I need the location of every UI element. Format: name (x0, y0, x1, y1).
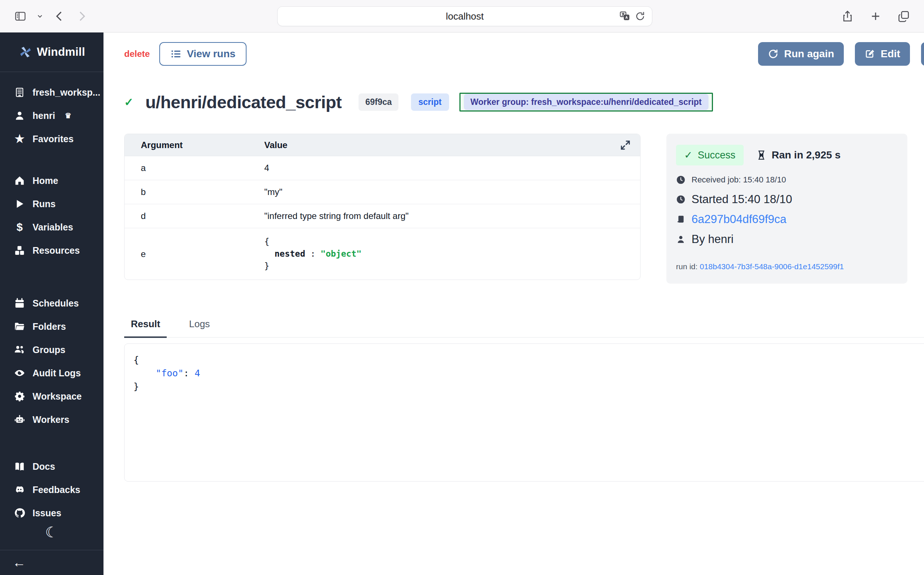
sidebar-item-workers[interactable]: Workers (0, 408, 104, 431)
browser-toolbar: localhost (0, 0, 924, 32)
sidebar-item-feedbacks[interactable]: Feedbacks (0, 478, 104, 502)
url-bar[interactable]: localhost (277, 6, 652, 26)
sidebar-item-label: Audit Logs (32, 368, 81, 378)
sidebar-item-schedules[interactable]: Schedules (0, 292, 104, 315)
translate-icon[interactable] (620, 11, 630, 21)
sidebar-item-issues[interactable]: Issues (0, 502, 104, 525)
crown-icon: ♛ (65, 111, 71, 120)
windmill-logo-text: Windmill (37, 45, 85, 59)
edit-button[interactable]: Edit (855, 42, 910, 66)
arg-name: b (124, 187, 264, 197)
run-id-line: run id: 018b4304-7b3f-548a-9006-d1e14525… (676, 262, 894, 271)
star-icon: ★ (14, 133, 25, 145)
result-logs-tabs: Result Logs (124, 318, 924, 338)
user-label: henri (32, 110, 55, 121)
user-icon (14, 110, 25, 121)
refresh-icon (768, 48, 779, 59)
main-content: delete View runs Run again (104, 32, 924, 575)
collapse-sidebar-icon[interactable]: ← (13, 555, 26, 570)
arg-name: d (124, 211, 264, 221)
reload-icon[interactable] (635, 11, 645, 21)
column-header-value: Value (264, 140, 288, 150)
worker-group-badge: Worker group: fresh_workspace:u/henri/de… (464, 94, 709, 110)
home-icon (14, 175, 25, 186)
table-row: e { nested : "object" } (124, 228, 640, 280)
view-runs-button[interactable]: View runs (159, 42, 247, 66)
sidebar-item-label: Feedbacks (32, 484, 80, 495)
expand-table-icon[interactable] (620, 139, 631, 151)
worker-group-highlight: Worker group: fresh_workspace:u/henri/de… (459, 93, 713, 111)
sidebar-toggle-icon[interactable] (14, 10, 27, 22)
sidebar-item-runs[interactable]: Runs (0, 192, 104, 216)
script-hash-badge[interactable]: 69f9ca (358, 94, 398, 111)
view-script-button[interactable]: View script (921, 42, 924, 66)
sidebar-item-label: Folders (32, 321, 66, 332)
sidebar-item-label: Workspace (32, 391, 82, 402)
sidebar-footer: ← (0, 550, 104, 575)
github-icon (14, 507, 25, 518)
clock-icon (676, 195, 686, 204)
new-tab-icon[interactable] (869, 10, 882, 22)
job-hash-link[interactable]: 6a297b04df69f9ca (691, 213, 787, 226)
dollar-icon: $ (14, 222, 25, 233)
person-icon (676, 235, 686, 244)
tab-logs[interactable]: Logs (182, 318, 216, 337)
sidebar-item-home[interactable]: Home (0, 169, 104, 192)
sidebar-item-label: Resources (32, 245, 80, 256)
sidebar-item-groups[interactable]: Groups (0, 338, 104, 362)
column-header-argument: Argument (124, 140, 264, 150)
sidebar-item-docs[interactable]: Docs (0, 455, 104, 478)
share-icon[interactable] (841, 10, 854, 22)
sidebar-item-workspace-switcher[interactable]: fresh_worksp... (0, 81, 104, 104)
gear-icon (14, 391, 25, 402)
started-line: Started 15:40 18/10 (676, 193, 894, 206)
tab-overview-icon[interactable] (897, 10, 910, 22)
sidebar-item-label: Workers (32, 415, 70, 425)
back-icon[interactable] (53, 10, 66, 22)
eye-icon (14, 367, 25, 378)
sidebar-item-resources[interactable]: Resources (0, 239, 104, 262)
sidebar-item-audit-logs[interactable]: Audit Logs (0, 362, 104, 385)
tab-result[interactable]: Result (124, 318, 167, 338)
book-icon (14, 461, 25, 472)
windmill-logo[interactable]: Windmill (0, 32, 104, 72)
sidebar-item-user[interactable]: henri ♛ (0, 104, 104, 127)
run-id-link[interactable]: 018b4304-7b3f-548a-9006-d1e1452599f1 (699, 262, 844, 271)
list-icon (170, 48, 182, 59)
arguments-table: Argument Value a 4 b "my" d "inferred ty… (124, 134, 640, 280)
run-again-button[interactable]: Run again (758, 42, 843, 66)
url-text: localhost (446, 11, 484, 22)
arg-value: "inferred type string from default arg" (264, 211, 409, 221)
sidebar-item-folders[interactable]: Folders (0, 315, 104, 338)
groups-icon (14, 344, 25, 355)
arg-value: "my" (264, 187, 282, 197)
building-icon (14, 87, 25, 98)
sidebar-item-label: Issues (32, 508, 61, 518)
windmill-logo-icon (19, 45, 32, 59)
sidebar-item-favorites[interactable]: ★ Favorites (0, 127, 104, 151)
cubes-icon (14, 245, 25, 256)
received-job-line: Received job: 15:40 18/10 (676, 175, 894, 185)
arg-object-value: { nested : "object" } (264, 236, 362, 272)
page-title: u/henri/dedicated_script (145, 92, 341, 112)
sidebar-item-label: Schedules (32, 298, 79, 309)
sidebar-item-label: Variables (32, 222, 73, 233)
status-badge: ✓ Success (676, 145, 744, 165)
delete-button[interactable]: delete (124, 49, 150, 59)
sidebar-item-label: Runs (32, 199, 56, 210)
job-hash-line: 6a297b04df69f9ca (676, 213, 894, 226)
chevron-down-icon[interactable] (36, 13, 44, 20)
by-line: By henri (676, 233, 894, 246)
sidebar-item-label: Docs (32, 461, 55, 472)
sidebar-item-variables[interactable]: $ Variables (0, 216, 104, 239)
robot-icon (14, 414, 25, 425)
clock-icon (676, 175, 686, 185)
sidebar-item-label: Groups (32, 345, 65, 355)
hourglass-icon (756, 150, 766, 160)
edit-pencil-icon (865, 48, 876, 59)
arg-value: 4 (264, 163, 269, 173)
scroll-icon (676, 214, 686, 224)
dark-mode-toggle-icon[interactable]: ☾ (45, 525, 58, 540)
sidebar-item-workspace-settings[interactable]: Workspace (0, 385, 104, 408)
job-status-panel: ✓ Success Ran in 2,925 s Received job: (666, 134, 907, 284)
